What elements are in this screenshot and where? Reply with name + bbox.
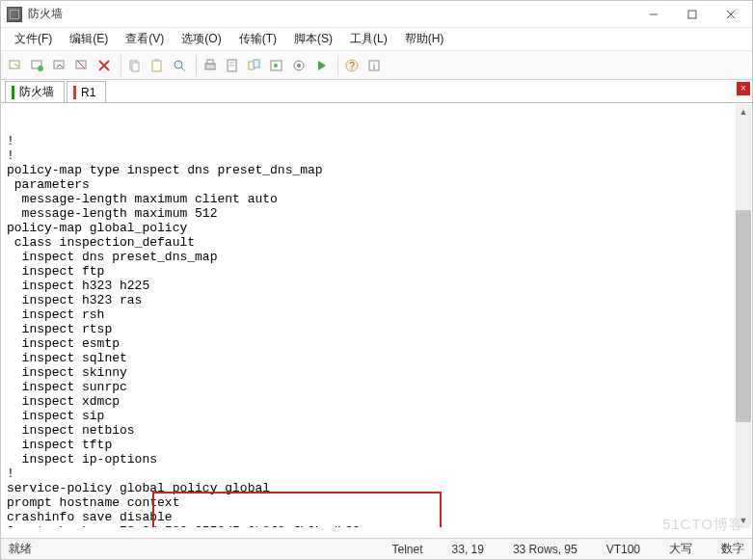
terminal-line: prompt hostname context [7, 495, 746, 510]
toolbar-separator [118, 55, 121, 76]
terminal-line: ! [7, 148, 746, 163]
terminal-line: ! [7, 134, 746, 148]
tab-label: 防火墙 [19, 84, 54, 100]
svg-line-17 [181, 67, 185, 71]
options-icon[interactable] [288, 55, 309, 76]
menu-help[interactable]: 帮助(H) [397, 29, 452, 49]
svg-rect-19 [207, 60, 213, 64]
tab-status-icon [12, 86, 14, 99]
terminal-line: inspect sqlnet [7, 351, 746, 365]
menu-transfer[interactable]: 传输(T) [231, 29, 284, 49]
terminal-line: service-policy global_policy global [7, 481, 746, 495]
status-num: 数字 [721, 541, 744, 557]
toolbar-separator [193, 55, 197, 76]
status-cursor-pos: 33, 19 [452, 543, 484, 556]
svg-text:?: ? [349, 61, 355, 71]
terminal-line: Cryptochecksum:73a2dc583c9558d5c6b8f0cfb… [7, 524, 746, 527]
scrollbar[interactable]: ▲ ▼ [736, 104, 751, 528]
menu-bar: 文件(F) 编辑(E) 查看(V) 选项(O) 传输(T) 脚本(S) 工具(L… [1, 28, 752, 51]
properties-icon[interactable] [266, 55, 287, 76]
terminal-line: inspect rtsp [7, 322, 746, 336]
tab-r1[interactable]: R1 [67, 81, 106, 102]
maximize-button[interactable] [673, 2, 712, 27]
svg-rect-4 [10, 61, 19, 68]
title-bar: 防火墙 [1, 1, 752, 28]
menu-edit[interactable]: 编辑(E) [62, 29, 116, 49]
terminal-line: message-length maximum client auto [7, 192, 746, 206]
terminal-line: ! [7, 467, 746, 481]
svg-rect-15 [154, 59, 159, 62]
svg-rect-1 [688, 11, 696, 18]
toolbar: ? i [1, 51, 752, 80]
svg-rect-13 [132, 63, 139, 71]
quick-connect-icon[interactable] [5, 55, 26, 76]
terminal-line: crashinfo save disable [7, 510, 746, 524]
menu-script[interactable]: 脚本(S) [286, 29, 340, 49]
terminal-line: parameters [7, 177, 746, 192]
svg-rect-18 [205, 64, 215, 69]
status-protocol: Telnet [392, 543, 423, 556]
tab-bar: 防火墙 R1 × [1, 80, 752, 103]
terminal-line: inspect esmtp [7, 336, 746, 351]
status-size: 33 Rows, 95 [513, 543, 578, 556]
terminal-line: inspect xdmcp [7, 394, 746, 409]
status-caps: 大写 [669, 541, 692, 557]
script-run-icon[interactable] [310, 55, 332, 76]
status-term-type: VT100 [606, 543, 640, 556]
svg-point-26 [274, 64, 278, 67]
disconnect-icon[interactable] [71, 55, 93, 76]
terminal-line: inspect netbios [7, 423, 746, 438]
svg-rect-24 [254, 60, 259, 67]
tab-label: R1 [81, 86, 95, 99]
status-bar: 就绪 Telnet 33, 19 33 Rows, 95 VT100 大写 数字 [1, 538, 752, 559]
svg-point-28 [297, 64, 301, 67]
cancel-icon[interactable] [94, 55, 115, 76]
status-ready: 就绪 [9, 541, 32, 557]
svg-text:i: i [373, 62, 375, 71]
menu-file[interactable]: 文件(F) [7, 29, 60, 49]
svg-marker-29 [318, 61, 326, 70]
connect-icon[interactable] [27, 55, 48, 76]
copy-icon[interactable] [124, 55, 146, 76]
scroll-down-icon[interactable]: ▼ [736, 513, 751, 528]
terminal-line: message-length maximum 512 [7, 206, 746, 221]
svg-point-6 [38, 66, 43, 71]
find-icon[interactable] [169, 55, 190, 76]
about-icon[interactable]: i [363, 55, 385, 76]
reconnect-icon[interactable] [49, 55, 70, 76]
session-icon[interactable] [244, 55, 265, 76]
scrollbar-thumb[interactable] [736, 210, 751, 422]
close-button[interactable] [712, 2, 750, 27]
terminal-line: inspect skinny [7, 365, 746, 380]
terminal-line: inspect sunrpc [7, 380, 746, 394]
window-title: 防火墙 [28, 6, 634, 22]
terminal-line: inspect h323 h225 [7, 279, 746, 293]
terminal-line: inspect h323 ras [7, 293, 746, 307]
terminal-output[interactable]: !!policy-map type inspect dns preset_dns… [1, 103, 752, 527]
paste-icon[interactable] [147, 55, 168, 76]
terminal-line: inspect sip [7, 409, 746, 423]
svg-rect-14 [152, 61, 161, 71]
tab-firewall[interactable]: 防火墙 [5, 81, 65, 102]
terminal-line: inspect ip-options [7, 452, 746, 467]
svg-point-16 [175, 61, 182, 68]
terminal-line: inspect dns preset_dns_map [7, 250, 746, 264]
menu-options[interactable]: 选项(O) [174, 29, 229, 49]
help-icon[interactable]: ? [341, 55, 363, 76]
menu-view[interactable]: 查看(V) [118, 29, 172, 49]
print-icon[interactable] [200, 55, 221, 76]
minimize-button[interactable] [634, 2, 673, 27]
tab-status-icon [73, 86, 76, 99]
window-controls [634, 2, 750, 27]
terminal-line: inspect rsh [7, 307, 746, 322]
terminal-line: inspect ftp [7, 264, 746, 279]
menu-tools[interactable]: 工具(L) [342, 29, 395, 49]
terminal-line: policy-map global_policy [7, 221, 746, 235]
toolbar-separator [335, 55, 338, 76]
scroll-up-icon[interactable]: ▲ [736, 104, 751, 120]
tab-close-icon[interactable]: × [737, 82, 750, 95]
terminal-line: class inspection_default [7, 235, 746, 250]
log-icon[interactable] [222, 55, 243, 76]
terminal-line: inspect tftp [7, 438, 746, 452]
app-icon [7, 7, 22, 22]
